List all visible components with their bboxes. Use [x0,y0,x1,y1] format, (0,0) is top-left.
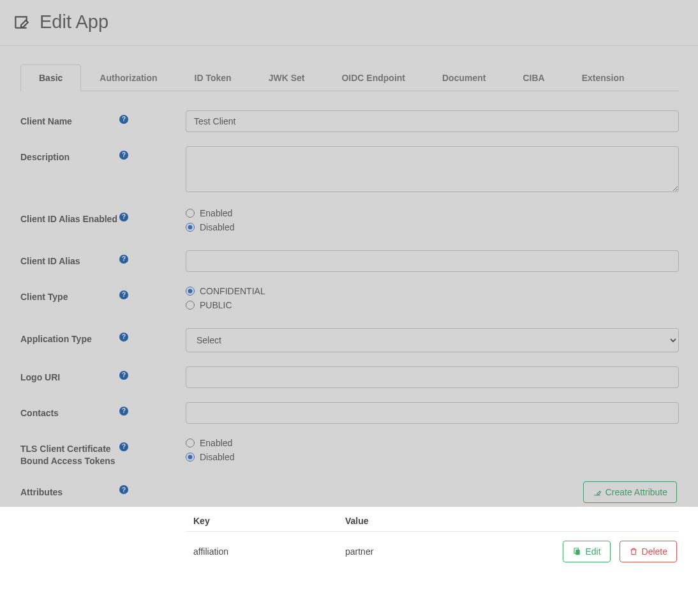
help-icon[interactable]: ? [119,485,128,494]
delete-label: Delete [642,546,667,557]
radio-tls-disabled-input[interactable] [186,453,195,462]
page-title: Edit App [40,11,108,33]
tab-document[interactable]: Document [424,64,504,91]
logo-uri-input[interactable] [186,366,679,388]
client-id-alias-input[interactable] [186,250,679,272]
edit-label: Edit [585,546,600,557]
help-icon[interactable]: ? [119,213,128,222]
radio-disabled-label: Disabled [200,222,234,232]
tab-id-token[interactable]: ID Token [176,64,250,91]
label-contacts: Contacts [20,402,119,419]
tab-oidc-endpoint[interactable]: OIDC Endpoint [323,64,424,91]
tab-ciba[interactable]: CIBA [504,64,563,91]
help-icon[interactable]: ? [119,371,128,380]
help-icon[interactable]: ? [119,290,128,299]
label-logo-uri: Logo URI [20,366,119,384]
radio-enabled-label: Enabled [200,208,232,218]
help-icon[interactable]: ? [119,442,128,451]
label-client-type: Client Type [20,286,119,303]
copy-icon [572,547,581,556]
help-icon[interactable]: ? [119,255,128,264]
col-key: Key [186,516,343,526]
radio-confidential-input[interactable] [186,287,195,296]
svg-rect-1 [576,550,580,555]
radio-public-input[interactable] [186,301,195,310]
radio-tls-enabled[interactable]: Enabled [186,438,679,448]
create-attribute-label: Create Attribute [605,487,667,497]
radio-confidential-label: CONFIDENTIAL [200,286,265,296]
radio-tls-enabled-input[interactable] [186,439,195,447]
tls-cert-group: Enabled Disabled [186,438,679,466]
label-application-type: Application Type [20,328,119,345]
tab-jwk-set[interactable]: JWK Set [250,64,323,91]
label-attributes: Attributes [20,481,119,499]
edit-button[interactable]: Edit [563,541,610,562]
edit-icon [13,14,29,31]
form-basic: Client Name ? Description ? Client ID Al… [20,91,679,566]
label-client-id-alias-enabled: Client ID Alias Enabled [20,208,119,225]
radio-tls-disabled-label: Disabled [200,452,234,462]
cell-key: affiliation [186,546,343,557]
tab-extension[interactable]: Extension [563,64,643,91]
delete-button[interactable]: Delete [620,541,677,562]
create-attribute-button[interactable]: Create Attribute [583,481,677,503]
table-head: Key Value [186,511,679,532]
col-value: Value [343,516,509,526]
radio-enabled-input[interactable] [186,209,195,218]
radio-disabled-input[interactable] [186,223,195,232]
help-icon[interactable]: ? [119,151,128,160]
label-client-id-alias: Client ID Alias [20,250,119,267]
tab-basic[interactable]: Basic [20,64,81,91]
trash-icon [629,547,638,556]
label-client-name: Client Name [20,110,119,128]
cell-value: partner [343,546,509,557]
help-icon[interactable]: ? [119,115,128,124]
client-type-group: CONFIDENTIAL PUBLIC [186,286,679,314]
client-name-input[interactable] [186,110,679,132]
table-row: affiliation partner Edit Delete [186,532,679,566]
page-header: Edit App [0,0,698,46]
radio-public[interactable]: PUBLIC [186,300,679,310]
radio-public-label: PUBLIC [200,300,232,310]
tab-authorization[interactable]: Authorization [81,64,175,91]
edit-icon [593,488,602,497]
contacts-input[interactable] [186,402,679,424]
radio-confidential[interactable]: CONFIDENTIAL [186,286,679,296]
radio-enabled[interactable]: Enabled [186,208,679,218]
description-textarea[interactable] [186,146,679,192]
attributes-table: Key Value affiliation partner Edit [186,511,679,566]
tab-bar: Basic Authorization ID Token JWK Set OID… [20,64,679,91]
radio-disabled[interactable]: Disabled [186,222,679,232]
label-description: Description [20,146,119,163]
radio-tls-disabled[interactable]: Disabled [186,452,679,462]
application-type-select[interactable]: Select [186,328,679,352]
label-tls-client-cert: TLS Client Certificate Bound Access Toke… [20,438,119,467]
radio-tls-enabled-label: Enabled [200,438,232,448]
help-icon[interactable]: ? [119,407,128,416]
help-icon[interactable]: ? [119,333,128,342]
client-id-alias-enabled-group: Enabled Disabled [186,208,679,236]
